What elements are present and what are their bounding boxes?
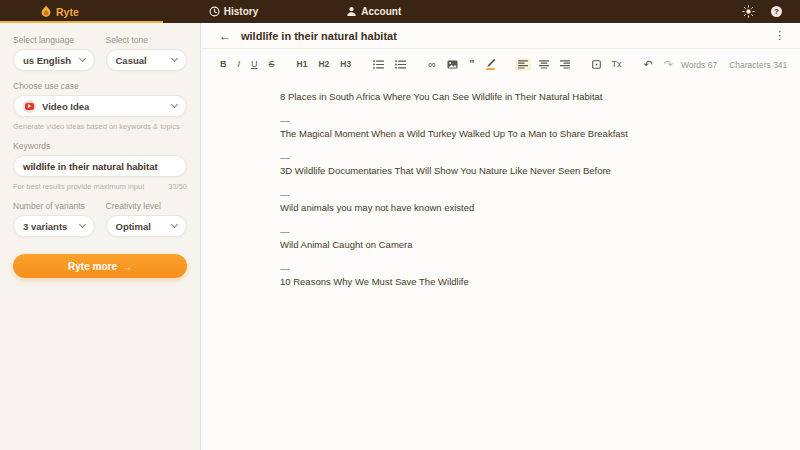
nav-item-label: History xyxy=(224,6,258,17)
creativity-value: Optimal xyxy=(116,221,151,232)
document-title: wildlife in their natural habitat xyxy=(241,30,397,42)
clear-format-button[interactable]: Tx xyxy=(609,58,625,71)
editor-content[interactable]: 8 Places in South Africa Where You Can S… xyxy=(201,77,800,300)
ryte-more-button[interactable]: Ryte more → xyxy=(13,254,187,278)
chevron-down-icon xyxy=(78,55,85,62)
tone-label: Select tone xyxy=(106,35,188,45)
align-right-icon xyxy=(560,60,570,69)
undo-icon: ↶ xyxy=(644,59,653,70)
blockquote-button[interactable]: ” xyxy=(466,57,478,72)
creativity-select[interactable]: Optimal xyxy=(106,215,188,237)
italic-button[interactable]: I xyxy=(235,58,244,71)
image-icon xyxy=(447,60,458,69)
nav-item-label: Account xyxy=(361,6,401,17)
link-button[interactable]: ∞ xyxy=(425,57,439,72)
keywords-counter: 33/50 xyxy=(168,182,187,191)
generated-title: 10 Reasons Why We Must Save The Wildlife xyxy=(280,276,783,287)
formatting-toolbar: B I U S H1 H2 H3 ∞ xyxy=(201,49,800,77)
words-count: 67 xyxy=(708,60,717,70)
divider-dash: — xyxy=(280,226,783,237)
help-icon[interactable]: ? xyxy=(771,6,782,17)
bold-button[interactable]: B xyxy=(217,58,230,71)
generated-title: 8 Places in South Africa Where You Can S… xyxy=(280,91,783,102)
redo-button[interactable]: ↷ xyxy=(661,57,676,72)
chevron-down-icon xyxy=(171,101,178,108)
keywords-input[interactable] xyxy=(13,155,187,177)
more-options-icon[interactable]: ⋮ xyxy=(774,29,785,42)
divider-dash: — xyxy=(280,263,783,274)
divider-dash: — xyxy=(280,189,783,200)
active-tab-indicator xyxy=(0,21,163,23)
creativity-label: Creativity level xyxy=(106,201,188,211)
account-person-icon xyxy=(346,6,357,17)
redo-icon: ↷ xyxy=(664,59,673,70)
brand-label: Ryte xyxy=(56,6,79,18)
generated-title: The Magical Moment When a Wild Turkey Wa… xyxy=(280,128,783,139)
chevron-down-icon xyxy=(171,221,178,228)
use-case-value: Video Idea xyxy=(42,101,89,112)
align-left-icon xyxy=(518,60,528,69)
ryte-more-label: Ryte more xyxy=(68,261,117,272)
characters-label: Characters xyxy=(729,60,771,70)
quote-icon: ” xyxy=(469,59,475,70)
divider-dash: — xyxy=(280,152,783,163)
highlight-pen-icon xyxy=(486,59,496,70)
align-left-button[interactable] xyxy=(515,58,531,71)
generator-sidebar: Select language us English Select tone C… xyxy=(0,23,201,450)
align-center-button[interactable] xyxy=(536,58,552,71)
clear-block-icon xyxy=(592,60,601,69)
align-right-button[interactable] xyxy=(557,58,573,71)
chevron-down-icon xyxy=(78,221,85,228)
keywords-helper: For best results provide maximum input xyxy=(13,182,144,191)
nav-item-history[interactable]: History xyxy=(209,6,258,17)
theme-toggle-sun-icon[interactable] xyxy=(742,5,755,18)
keywords-label: Keywords xyxy=(13,141,187,151)
chevron-down-icon xyxy=(171,55,178,62)
use-case-select[interactable]: Video Idea xyxy=(13,95,187,117)
underline-button[interactable]: U xyxy=(248,58,261,71)
generated-title: 3D Wildlife Documentaries That Will Show… xyxy=(280,165,783,176)
generated-title: Wild animals you may not have known exis… xyxy=(280,202,783,213)
document-stats: Words 67 Characters 341 xyxy=(681,60,787,70)
generated-title: Wild Animal Caught on Camera xyxy=(280,239,783,250)
heading1-button[interactable]: H1 xyxy=(294,58,311,71)
youtube-icon xyxy=(23,100,36,113)
heading3-button[interactable]: H3 xyxy=(337,58,354,71)
variants-label: Number of variants xyxy=(13,201,95,211)
clear-format-icon: Tx xyxy=(612,60,622,69)
undo-button[interactable]: ↶ xyxy=(641,57,656,72)
document-header: ← wildlife in their natural habitat ⋮ xyxy=(201,23,800,49)
bullet-list-icon xyxy=(373,60,384,69)
link-icon: ∞ xyxy=(428,59,436,70)
use-case-label: Choose use case xyxy=(13,81,187,91)
back-arrow-icon[interactable]: ← xyxy=(219,29,231,43)
ryte-logo-icon xyxy=(40,5,52,18)
heading2-button[interactable]: H2 xyxy=(315,58,332,71)
language-value: us English xyxy=(23,55,71,66)
tone-value: Casual xyxy=(116,55,147,66)
words-label: Words xyxy=(681,60,705,70)
clear-block-button[interactable] xyxy=(589,58,604,71)
align-center-icon xyxy=(539,60,549,69)
language-label: Select language xyxy=(13,35,95,45)
top-navbar: Ryte History Account ? xyxy=(0,0,800,23)
bullet-list-button[interactable] xyxy=(370,58,387,71)
ordered-list-icon xyxy=(395,60,406,69)
nav-item-account[interactable]: Account xyxy=(346,6,401,17)
use-case-helper: Generate video ideas based on keywords &… xyxy=(13,122,187,131)
insert-image-button[interactable] xyxy=(444,58,461,71)
characters-count: 341 xyxy=(773,60,787,70)
strikethrough-button[interactable]: S xyxy=(266,58,278,71)
highlight-pen-button[interactable] xyxy=(483,57,499,72)
variants-select[interactable]: 3 variants xyxy=(13,215,95,237)
history-clock-icon xyxy=(209,6,220,17)
language-select[interactable]: us English xyxy=(13,49,95,71)
ordered-list-button[interactable] xyxy=(392,58,409,71)
arrow-right-icon: → xyxy=(122,261,132,272)
tone-select[interactable]: Casual xyxy=(106,49,188,71)
editor-panel: ← wildlife in their natural habitat ⋮ B … xyxy=(201,23,800,450)
divider-dash: — xyxy=(280,115,783,126)
variants-value: 3 variants xyxy=(23,221,67,232)
brand-tab[interactable]: Ryte xyxy=(40,5,79,18)
